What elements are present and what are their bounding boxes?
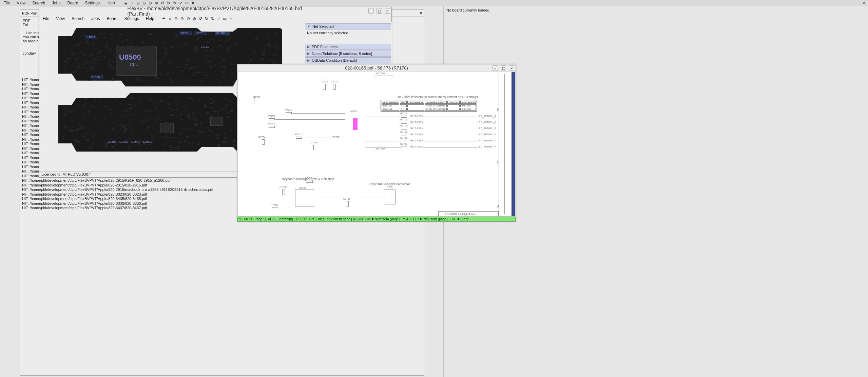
- r7720-box[interactable]: [401, 134, 407, 136]
- xw7720-box[interactable]: [374, 76, 394, 79]
- table-header: PART NUMBER: [382, 101, 399, 104]
- u7701-label: U7701: [350, 110, 357, 113]
- b-plus2-icon[interactable]: ⊕: [192, 17, 196, 21]
- r7741-box[interactable]: [286, 112, 292, 114]
- obdata-label: OBData Condition [Default]: [312, 58, 357, 62]
- side-row-obdata[interactable]: ▶ OBData Condition [Default]: [305, 57, 391, 63]
- c7714-box[interactable]: [333, 84, 336, 90]
- close-icon[interactable]: ✕: [191, 1, 195, 5]
- r7721-label: R7721: [400, 137, 407, 139]
- board-titlebar[interactable]: FlexBV - /home/pld/development/ctpc/Flex…: [39, 7, 391, 15]
- b-target-icon[interactable]: ⊙: [186, 17, 190, 21]
- window-icon[interactable]: ▭: [185, 1, 189, 5]
- board-menu-settings[interactable]: Settings: [121, 16, 142, 21]
- pdf-close-button[interactable]: ✕: [509, 65, 514, 71]
- table-row: 100021993R7720,R7721,R7722BKLT-DRV: [382, 108, 476, 111]
- wire-r7721: [365, 141, 401, 141]
- refresh2-icon[interactable]: ↻: [167, 1, 171, 5]
- table-cell: 10002199: [382, 104, 399, 107]
- menu-jobs[interactable]: Jobs: [49, 1, 64, 5]
- side-row-pdf-fav[interactable]: ▶ PDF Favourites: [305, 44, 391, 50]
- b-win-icon[interactable]: ▭: [223, 17, 227, 21]
- r7721-box[interactable]: [401, 140, 407, 142]
- r7757-box[interactable]: [269, 126, 275, 128]
- board-menu-help[interactable]: Help: [142, 16, 158, 21]
- table-cell: BKLT-DRV: [460, 108, 476, 111]
- c7704-label: C7704: [311, 141, 318, 144]
- r7715-box[interactable]: [296, 137, 302, 139]
- b-r2-icon[interactable]: ↻: [205, 17, 209, 21]
- menu-view[interactable]: View: [13, 1, 29, 5]
- b-list-icon[interactable]: ≣: [162, 17, 166, 21]
- plus-icon[interactable]: ⊕: [154, 1, 158, 5]
- r7719-net: BKLT-FSEN: [410, 127, 423, 130]
- menu-search[interactable]: Search: [29, 1, 49, 5]
- table-row: 100021993R7717,R7718,R7719BKLT-DRV: [382, 104, 476, 107]
- zoom-in-icon[interactable]: ⌕: [130, 1, 134, 5]
- pdf-titlebar[interactable]: 820-00165.pdf - 56 / 76 (R7178) − ▢ ✕: [237, 64, 516, 72]
- b-expand-icon[interactable]: ⤢: [217, 17, 221, 21]
- pdf-maximize-button[interactable]: ▢: [501, 65, 506, 71]
- expand-icon[interactable]: ⤢: [179, 1, 183, 5]
- r7719-box[interactable]: [401, 128, 407, 130]
- b-r3-icon[interactable]: ↻: [211, 17, 215, 21]
- c7710-box[interactable]: [323, 84, 326, 90]
- r7717-box[interactable]: [401, 116, 407, 118]
- main-close-icon[interactable]: ✕: [862, 1, 867, 5]
- board-menu-jobs[interactable]: Jobs: [88, 16, 103, 21]
- table-cell: R7717,R7718,R7719: [425, 104, 446, 107]
- pdf-part-find-close-icon[interactable]: ✕: [418, 11, 424, 16]
- cpu-chip[interactable]: U0500 CPU: [116, 46, 157, 76]
- pdf-minimize-button[interactable]: −: [493, 65, 498, 71]
- r7719-ret: LED_RETURN_A: [478, 127, 496, 130]
- board-menu-file[interactable]: File: [39, 16, 53, 21]
- j7715-box[interactable]: [384, 190, 396, 204]
- b-plus-icon[interactable]: ⊕: [174, 17, 178, 21]
- menu-board[interactable]: Board: [64, 1, 82, 5]
- b-r1-icon[interactable]: ↺: [198, 17, 202, 21]
- minimize-button[interactable]: −: [368, 8, 374, 14]
- wire2-r7717: [423, 117, 477, 117]
- net-selected-msg: No net currently selected: [305, 30, 391, 36]
- r7704-box[interactable]: [262, 139, 265, 145]
- table-header: REFERENCE DES: [425, 101, 446, 104]
- c7756-label: C7756: [343, 198, 350, 200]
- u7750-box[interactable]: [295, 190, 314, 206]
- board-menu-view[interactable]: View: [53, 16, 68, 21]
- chevron-down-icon: ▼: [307, 25, 310, 28]
- r7708-box[interactable]: [272, 207, 278, 209]
- refresh-icon[interactable]: ↺: [160, 1, 165, 5]
- pdf-canvas[interactable]: C B A 10.2 ohm resistors for current mea…: [238, 72, 515, 217]
- wire-kbd: [314, 198, 384, 198]
- zoom-out-icon[interactable]: ⊖: [142, 1, 146, 5]
- r7708-label: R7708: [271, 204, 278, 206]
- xw7710-box[interactable]: [374, 151, 394, 154]
- r7718-box[interactable]: [401, 122, 407, 124]
- b-close-icon[interactable]: ✕: [229, 17, 233, 21]
- net-selected-label: Net Selected: [312, 24, 334, 28]
- refresh3-icon[interactable]: ↻: [173, 1, 177, 5]
- maximize-button[interactable]: ▢: [377, 8, 382, 14]
- j7715-label: J7715: [386, 186, 392, 188]
- l7750-box[interactable]: [306, 180, 313, 183]
- highlight: [353, 118, 358, 130]
- b-zoom-icon[interactable]: ⌕: [168, 17, 172, 21]
- c7756-box[interactable]: [346, 201, 349, 206]
- board-menu-search[interactable]: Search: [68, 16, 88, 21]
- c7750-box[interactable]: [282, 190, 285, 195]
- menu-help[interactable]: Help: [103, 1, 118, 5]
- side-row-notes[interactable]: ▶ Notes/Solutions [5 sections, 8 notes]: [305, 51, 391, 57]
- c7704-box[interactable]: [313, 145, 316, 150]
- target-icon[interactable]: ⊙: [148, 1, 152, 5]
- r7722-box[interactable]: [401, 146, 407, 148]
- menu-file[interactable]: File: [0, 1, 13, 5]
- parts-table: PART NUMBERQTYDESCRIPTIONREFERENCE DESCR…: [381, 100, 477, 112]
- list-icon[interactable]: ≣: [124, 1, 128, 5]
- r7753-box[interactable]: [269, 118, 275, 120]
- menu-settings[interactable]: Settings: [82, 1, 103, 5]
- close-button[interactable]: ✕: [385, 8, 390, 14]
- b-minus-icon[interactable]: ⊖: [180, 17, 184, 21]
- zoom-in2-icon[interactable]: ⊕: [136, 1, 140, 5]
- board-menu-board[interactable]: Board: [103, 16, 121, 21]
- side-net-header[interactable]: ▼ Net Selected: [305, 23, 391, 29]
